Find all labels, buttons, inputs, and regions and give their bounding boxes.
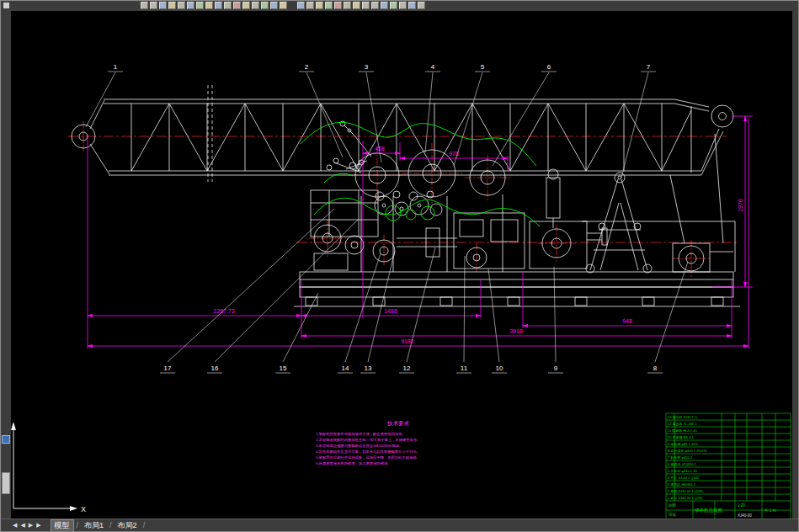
callout-label[interactable]: 4 [431, 63, 435, 71]
toolbar-icon[interactable] [306, 2, 314, 9]
toolbar-icon[interactable] [280, 2, 287, 9]
dimension-lines[interactable] [88, 116, 753, 348]
technical-notes[interactable]: 技术要求 1.装配前所有零件用煤油清洗干净，配合表面涂润滑油。 2.滚动轴承装配… [316, 420, 421, 466]
toolbar-icon[interactable] [390, 2, 397, 9]
notes-line[interactable]: 4.刹车机构动作应灵活可靠，刹车带与刹车轮接触面不小于75%。 [316, 450, 420, 455]
callout-label[interactable]: 3 [365, 63, 369, 71]
notes-line[interactable]: 1.装配前所有零件用煤油清洗干净，配合表面涂润滑油。 [316, 432, 406, 437]
toolbar-icon[interactable] [418, 2, 425, 9]
callout-label[interactable]: 11 [461, 364, 468, 372]
titleblock-sheet[interactable]: 共 1 张 [764, 508, 777, 513]
mast-truss[interactable] [72, 85, 733, 182]
callout-label[interactable]: 17 [164, 364, 172, 372]
callout-label[interactable]: 16 [211, 364, 219, 372]
bom-row[interactable]: 10 变速箱 BS-3 1 [668, 435, 695, 439]
bom-row[interactable]: 6 减速器 JZQ650 1 [668, 462, 697, 466]
toolbar-icon[interactable] [261, 2, 269, 9]
callout-label[interactable]: 7 [647, 63, 651, 71]
ucs-icon [11, 422, 77, 511]
toolbar-icon[interactable] [362, 2, 370, 9]
tab-nav-next[interactable]: ▶ [29, 522, 34, 529]
toolbar-icon[interactable] [205, 2, 213, 9]
toolbar-icon[interactable] [334, 2, 342, 9]
toolbar-icon[interactable] [316, 2, 323, 9]
dim-text[interactable]: 948 [622, 318, 632, 324]
callout-label[interactable]: 9 [554, 364, 558, 372]
toolbar-icon[interactable] [371, 2, 379, 9]
tab-layout1[interactable]: 布局1 [81, 520, 107, 531]
toolbar-icon[interactable] [159, 2, 167, 9]
dim-text[interactable]: 1488 [384, 308, 397, 314]
callout-label[interactable]: 14 [342, 364, 349, 372]
bom-row[interactable]: 12 离合器 TL-400 1 [668, 422, 697, 427]
tab-nav-prev[interactable]: ◀ [20, 522, 25, 529]
notes-line[interactable]: 5.装配完毕后进行空运转试验，运转应平稳，各密封处不得漏油。 [316, 455, 420, 460]
toolbar-icon[interactable] [344, 2, 351, 9]
revision-cloud[interactable] [301, 122, 540, 226]
toolbar-icon[interactable] [242, 2, 250, 9]
bom-row[interactable]: 9 滚筒轴 φ85 1 40Cr [668, 442, 699, 446]
titleblock-drawn[interactable]: 制图 [668, 503, 676, 508]
notes-line[interactable]: 6.外露表面涂灰色防锈漆，加工表面涂防锈油。 [316, 461, 392, 466]
tab-model[interactable]: 模型 [51, 519, 74, 531]
titleblock-scale[interactable]: 1:20 [738, 503, 745, 508]
callout-label[interactable]: 2 [305, 63, 309, 71]
toolbar-icon[interactable] [224, 2, 232, 9]
titleblock-number[interactable]: XJ40-00 [738, 513, 752, 518]
toolbar-icon[interactable] [150, 2, 157, 9]
dim-text[interactable]: 458 [375, 146, 385, 152]
toolbar-icon[interactable] [325, 2, 333, 9]
window-icon[interactable] [3, 3, 9, 8]
notes-title[interactable]: 技术要求 [386, 420, 410, 427]
callout-leaders[interactable] [86, 72, 688, 373]
centerlines[interactable] [68, 121, 738, 277]
dim-text[interactable]: 3918 [509, 328, 523, 334]
tab-layout2[interactable]: 布局2 [115, 520, 141, 531]
toolbar-icon[interactable] [233, 2, 241, 9]
bom-row[interactable]: 2 底座 XJ40-02 1 Q235 [668, 489, 703, 493]
bom-row[interactable]: 1 支架 XJ40-03 1 Q235 [668, 496, 703, 500]
toolbar-icon[interactable] [408, 2, 416, 9]
callout-label[interactable]: 5 [481, 63, 485, 71]
tab-nav-last[interactable]: ▶ [36, 522, 41, 529]
bom-row[interactable]: 7 刹车带 φ450 2 [668, 455, 693, 460]
side-tool-icon[interactable] [2, 435, 10, 444]
drawworks-machinery[interactable] [294, 121, 740, 306]
toolbar-icon[interactable] [215, 2, 222, 9]
callout-label[interactable]: 12 [403, 364, 411, 372]
callout-label[interactable]: 6 [547, 63, 551, 71]
tab-nav-first[interactable]: ◀ [13, 522, 18, 529]
bom-row[interactable]: 8 提升滚筒 φ420 1 ZG270 [668, 449, 707, 453]
bom-row[interactable]: 4 井架 XJ-40 1 Q345 [668, 476, 700, 480]
parts-table-text[interactable]: 13 柴油机 6135 1 台 12 离合器 TL-400 1 11 联轴器 H… [668, 415, 777, 518]
bom-row[interactable]: 11 联轴器 HL4 2 45 [668, 428, 697, 433]
dim-text[interactable]: 1976 [738, 199, 743, 212]
titleblock-title[interactable]: 修井机总装图 [695, 508, 722, 513]
toolbar-icon[interactable] [399, 2, 407, 9]
callout-label[interactable]: 13 [365, 364, 372, 372]
titleblock-checked[interactable]: 审核 [668, 513, 677, 517]
toolbar-icon[interactable] [381, 2, 388, 9]
callout-label[interactable]: 10 [496, 364, 503, 372]
toolbar-icon[interactable] [270, 2, 278, 9]
notes-line[interactable]: 3.各齿轮啮合侧隙与接触斑点应符合GB10095的规定。 [316, 444, 402, 449]
toolbar-icon[interactable] [297, 2, 305, 9]
bom-row[interactable]: 5 天车轮 φ310 1 35 [668, 469, 697, 473]
bom-row[interactable]: 3 液压缸 HSG90 2 [668, 482, 696, 487]
toolbar-icon[interactable] [187, 2, 194, 9]
bom-row[interactable]: 13 柴油机 6135 1 台 [668, 415, 698, 419]
callout-label[interactable]: 8 [653, 364, 658, 372]
toolbar-icon[interactable] [168, 2, 176, 9]
toolbar-icon[interactable] [353, 2, 360, 9]
callout-label[interactable]: 1 [114, 63, 118, 71]
notes-line[interactable]: 2.滚动轴承装配时内圈加热至80～90℃装于轴上，不得硬性敲击。 [316, 438, 421, 443]
toolbar-icon[interactable] [196, 2, 204, 9]
toolbar-icon[interactable] [252, 2, 259, 9]
side-tool-icon[interactable] [2, 472, 10, 494]
drawing-canvas[interactable]: 1257.73 1488 948 3918 9180 458 978 1976 [11, 11, 792, 521]
toolbar-icon[interactable] [178, 2, 185, 9]
dim-text[interactable]: 1257.73 [213, 308, 234, 314]
tab-separator: / [77, 521, 79, 529]
toolbar-icon[interactable] [141, 2, 148, 9]
callout-label[interactable]: 15 [280, 364, 287, 372]
